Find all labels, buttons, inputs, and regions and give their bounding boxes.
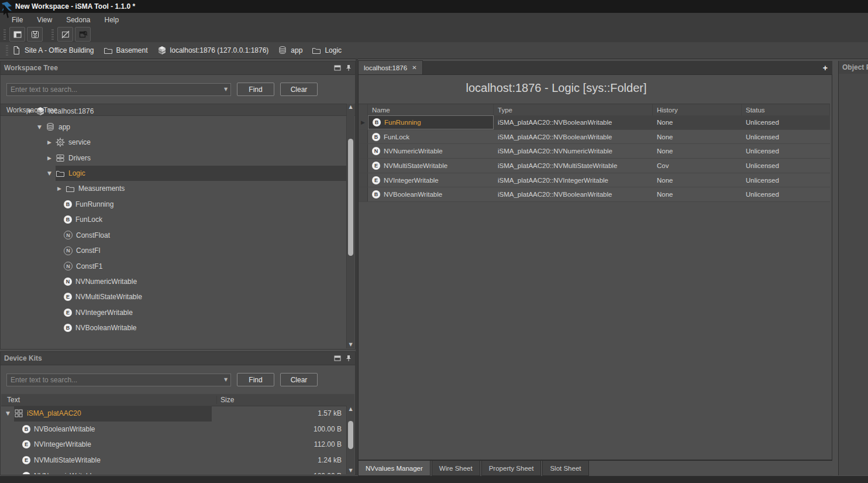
kit-item-nvintegerwritable[interactable]: ENVIntegerWritable 112.00 B	[1, 437, 346, 453]
kit-item-size: 100.00 B	[212, 425, 346, 433]
workspace-search-input[interactable]	[7, 84, 221, 95]
expander-icon[interactable]: ▶	[47, 139, 56, 145]
scroll-track[interactable]	[347, 111, 354, 341]
scroll-up-icon[interactable]: ▲	[349, 104, 352, 111]
device-kits-clear-button[interactable]: Clear	[280, 373, 318, 386]
tree-item-label: NVNumericWritable	[75, 278, 137, 286]
pin-icon[interactable]	[346, 64, 352, 71]
chevron-down-icon[interactable]: ▼	[221, 87, 230, 92]
cell-history: None	[653, 187, 742, 201]
workspace-find-button[interactable]: Find	[237, 83, 274, 96]
kit-item-nvnumericwritable[interactable]: NNVNumericWritable 120.00 B	[1, 468, 346, 474]
device-kits-search-input[interactable]	[7, 375, 221, 385]
scroll-thumb[interactable]	[348, 139, 353, 256]
cell-status: Unlicensed	[742, 159, 830, 173]
kit-item-nvbooleanwritable[interactable]: BNVBooleanWritable 100.00 B	[1, 422, 346, 437]
scroll-thumb[interactable]	[348, 421, 353, 449]
breadcrumb-item-1[interactable]: Basement	[104, 46, 148, 55]
tree-item-nvintegerwritable[interactable]: ENVIntegerWritable	[1, 305, 346, 320]
row-marker: ▶	[359, 115, 368, 129]
folder-icon	[66, 184, 75, 193]
restore-panel-icon[interactable]	[334, 65, 341, 71]
scroll-track[interactable]	[347, 413, 354, 467]
toolbar-grip[interactable]	[4, 29, 6, 40]
breadcrumb-item-2[interactable]: localhost:1876 (127.0.0.1:1876)	[157, 46, 269, 55]
table-row-nvnumericwritable[interactable]: NNVNumericWritable iSMA_platAAC20::NVNum…	[359, 144, 830, 159]
table-row-nvbooleanwritable[interactable]: BNVBooleanWritable iSMA_platAAC20::NVBoo…	[359, 187, 830, 202]
kit-item-isma_plataac20[interactable]: ▼ iSMA_platAAC20 1.57 kB	[1, 406, 346, 422]
cell-type: iSMA_platAAC20::NVIntegerWritable	[494, 173, 653, 187]
workspace-tree-scrollbar[interactable]: ▲ ▼	[346, 104, 354, 348]
expander-icon[interactable]: ▶	[57, 186, 66, 191]
tree-item-label: Measurements	[78, 184, 125, 193]
tab-wire-sheet[interactable]: Wire Sheet	[432, 461, 480, 476]
workspace-clear-button[interactable]: Clear	[280, 83, 318, 96]
add-tab-button[interactable]: +	[823, 63, 828, 73]
tree-item-constf1[interactable]: NConstF1	[1, 258, 346, 273]
close-icon[interactable]: ✕	[412, 64, 416, 71]
tree-item-logic[interactable]: ▼ Logic	[1, 166, 346, 181]
tree-item-funlock[interactable]: BFunLock	[1, 212, 346, 227]
cell-type: iSMA_platAAC20::NVBooleanWritable	[494, 115, 653, 129]
breadcrumb-grip[interactable]	[6, 45, 8, 56]
breadcrumb-item-4[interactable]: Logic	[312, 46, 342, 55]
scroll-down-icon[interactable]: ▼	[349, 341, 352, 348]
save-button[interactable]	[27, 27, 43, 42]
pin-icon[interactable]	[346, 355, 352, 362]
tree-item-nvmultistatewritable[interactable]: ENVMultiStateWritable	[1, 289, 346, 304]
expander-icon[interactable]: ▶	[47, 155, 56, 161]
cell-type: iSMA_platAAC20::NVBooleanWritable	[494, 187, 653, 201]
tab-slot-sheet[interactable]: Slot Sheet	[542, 461, 588, 476]
connect-button[interactable]	[75, 27, 91, 42]
tab-nvvalues-manager[interactable]: NVvalues Manager	[358, 461, 430, 476]
device-kits-find-button[interactable]: Find	[237, 373, 274, 386]
tree-item-nvnumericwritable[interactable]: NNVNumericWritable	[1, 274, 346, 289]
n-outline-badge-icon: N	[64, 231, 73, 239]
column-header-status: Status	[742, 104, 830, 115]
expander-icon[interactable]: ▼	[27, 108, 36, 114]
breadcrumb-item-3[interactable]: app	[278, 46, 302, 55]
expander-icon[interactable]: ▼	[6, 410, 14, 416]
table-row-funlock[interactable]: BFunLock iSMA_platAAC20::NVBooleanWritab…	[359, 130, 830, 145]
restore-panel-icon[interactable]	[334, 355, 341, 361]
menu-view[interactable]: View	[37, 16, 52, 24]
menu-file[interactable]: File	[12, 16, 23, 24]
tab-localhost-1876[interactable]: localhost:1876 ✕	[358, 60, 423, 74]
device-kits-search-combobox: ▼	[6, 374, 231, 386]
tree-item-constfl[interactable]: NConstFl	[1, 243, 346, 258]
tree-item-service[interactable]: ▶ service	[1, 135, 346, 150]
device-kits-scrollbar[interactable]: ▲ ▼	[346, 406, 354, 474]
table-row-funrunning[interactable]: ▶ BFunRunning iSMA_platAAC20::NVBooleanW…	[359, 115, 830, 130]
tree-item-constfloat[interactable]: NConstFloat	[1, 228, 346, 243]
toolbar-grip[interactable]	[51, 29, 54, 40]
server-icon	[157, 46, 167, 55]
cell-status: Unlicensed	[742, 115, 830, 129]
cell-history: None	[653, 130, 742, 144]
tree-item-measurements[interactable]: ▶ Measurements	[1, 181, 346, 196]
expander-icon[interactable]: ▼	[37, 124, 46, 130]
scroll-up-icon[interactable]: ▲	[349, 406, 352, 413]
new-workspace-button[interactable]	[9, 27, 25, 42]
tree-item-funrunning[interactable]: BFunRunning	[1, 197, 346, 212]
tree-item-localhost:1876[interactable]: ▼ localhost:1876	[1, 104, 346, 119]
column-header-text: Text	[1, 396, 216, 404]
chevron-down-icon[interactable]: ▼	[221, 377, 230, 382]
device-kits-list: ▼ iSMA_platAAC20 1.57 kB BNVBooleanWrita…	[1, 406, 346, 474]
tree-item-app[interactable]: ▼ app	[1, 119, 346, 134]
tab-property-sheet[interactable]: Property Sheet	[481, 461, 542, 476]
toolbar	[0, 26, 868, 43]
disconnect-button[interactable]	[57, 27, 73, 42]
table-row-nvintegerwritable[interactable]: ENVIntegerWritable iSMA_platAAC20::NVInt…	[359, 173, 830, 188]
tree-item-nvbooleanwritable[interactable]: BNVBooleanWritable	[1, 320, 346, 335]
b-badge-icon: B	[64, 215, 72, 224]
breadcrumb-item-0[interactable]: Site A - Office Building	[12, 46, 94, 55]
menu-sedona[interactable]: Sedona	[66, 16, 90, 24]
scroll-down-icon[interactable]: ▼	[349, 467, 352, 474]
tree-item-drivers[interactable]: ▶ Drivers	[1, 150, 346, 165]
folder-icon	[56, 169, 65, 178]
cell-name: NVNumericWritable	[384, 148, 443, 155]
kit-item-nvmultistatewritable[interactable]: ENVMultiStateWritable 1.24 kB	[1, 453, 346, 468]
expander-icon[interactable]: ▼	[47, 170, 56, 176]
table-row-nvmultistatewritable[interactable]: ENVMultiStateWritable iSMA_platAAC20::NV…	[359, 159, 830, 173]
menu-help[interactable]: Help	[105, 16, 119, 24]
